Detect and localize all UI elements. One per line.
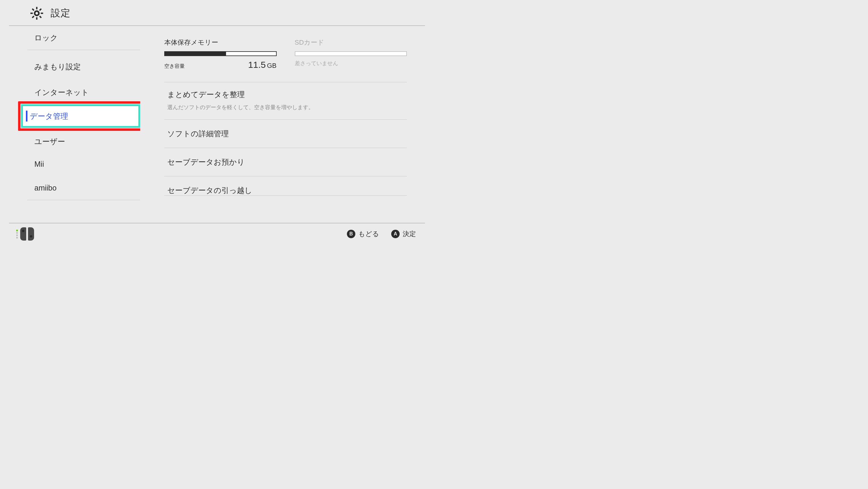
menu-item-title: セーブデータお預かり [164, 148, 407, 176]
sidebar-item-label: ユーザー [34, 136, 65, 147]
footer-bar: B もどる A 決定 [9, 223, 425, 245]
svg-point-10 [36, 12, 38, 15]
storage-free-label: 空き容量 [164, 63, 185, 70]
back-label: もどる [358, 230, 379, 239]
player-dots [16, 230, 18, 239]
svg-rect-4 [41, 13, 43, 14]
storage-internal-fill [165, 52, 226, 56]
sidebar-item-amiibo[interactable]: amiibo [27, 176, 140, 200]
svg-rect-1 [36, 7, 37, 9]
storage-internal-bar [164, 51, 277, 56]
sidebar-item-internet[interactable]: インターネット [27, 83, 140, 101]
gear-icon [30, 7, 43, 20]
menu-item-title: まとめてデータを整理 [164, 82, 407, 102]
storage-sd: SDカード 差さっていません [295, 38, 407, 70]
sidebar-item-label: Mii [34, 160, 44, 169]
menu-item-save-cloud[interactable]: セーブデータお預かり [164, 148, 407, 176]
sidebar-item-parental[interactable]: みまもり設定 [27, 50, 140, 83]
storage-summary: 本体保存メモリー 空き容量 11.5GB SDカード 差さっていません [164, 38, 407, 70]
storage-internal: 本体保存メモリー 空き容量 11.5GB [164, 38, 277, 70]
select-action[interactable]: A 決定 [391, 230, 416, 239]
svg-rect-2 [36, 17, 37, 20]
svg-rect-5 [39, 8, 42, 11]
joycon-left-icon [20, 227, 26, 241]
storage-sd-status: 差さっていません [295, 60, 407, 67]
storage-free-value: 11.5GB [248, 60, 276, 70]
a-button-icon: A [391, 230, 400, 238]
storage-sd-label: SDカード [295, 38, 407, 47]
sidebar-item-label: インターネット [34, 87, 89, 97]
data-management-menu: まとめてデータを整理 選んだソフトのデータを軽くして、空き容量を増やします。 ソ… [164, 82, 407, 196]
menu-item-software-detail[interactable]: ソフトの詳細管理 [164, 120, 407, 148]
joycon-right-icon [28, 227, 34, 241]
svg-rect-3 [30, 13, 33, 14]
sidebar-item-mii[interactable]: Mii [27, 152, 140, 176]
selection-indicator [26, 111, 27, 122]
sidebar-item-users[interactable]: ユーザー [27, 131, 140, 152]
menu-item-desc: 選んだソフトのデータを軽くして、空き容量を増やします。 [164, 102, 407, 119]
sidebar-item-data-management[interactable]: データ管理 [18, 101, 140, 131]
back-action[interactable]: B もどる [347, 230, 379, 239]
sidebar-item-label: データ管理 [30, 111, 68, 121]
settings-sidebar: ロック みまもり設定 インターネット データ管理 ユーザー Mii a [0, 26, 140, 219]
sidebar-item-label: ロック [34, 33, 58, 43]
page-title: 設定 [51, 7, 70, 20]
sidebar-item-lock[interactable]: ロック [27, 26, 140, 50]
storage-internal-label: 本体保存メモリー [164, 38, 277, 47]
menu-item-archive[interactable]: まとめてデータを整理 選んだソフトのデータを軽くして、空き容量を増やします。 [164, 82, 407, 120]
settings-header: 設定 [9, 0, 425, 26]
main-panel: 本体保存メモリー 空き容量 11.5GB SDカード 差さっていません ま [140, 26, 434, 219]
select-label: 決定 [403, 230, 416, 239]
svg-rect-7 [32, 8, 35, 11]
b-button-icon: B [347, 230, 355, 238]
storage-sd-bar [295, 51, 407, 56]
svg-rect-8 [39, 16, 42, 19]
sidebar-item-label: みまもり設定 [34, 62, 81, 72]
menu-item-title: ソフトの詳細管理 [164, 120, 407, 148]
menu-item-title: セーブデータの引っ越し [164, 176, 407, 195]
sidebar-item-label: amiibo [34, 184, 57, 192]
controller-indicator [16, 227, 34, 241]
svg-rect-6 [32, 16, 35, 19]
menu-item-save-transfer[interactable]: セーブデータの引っ越し [164, 176, 407, 196]
